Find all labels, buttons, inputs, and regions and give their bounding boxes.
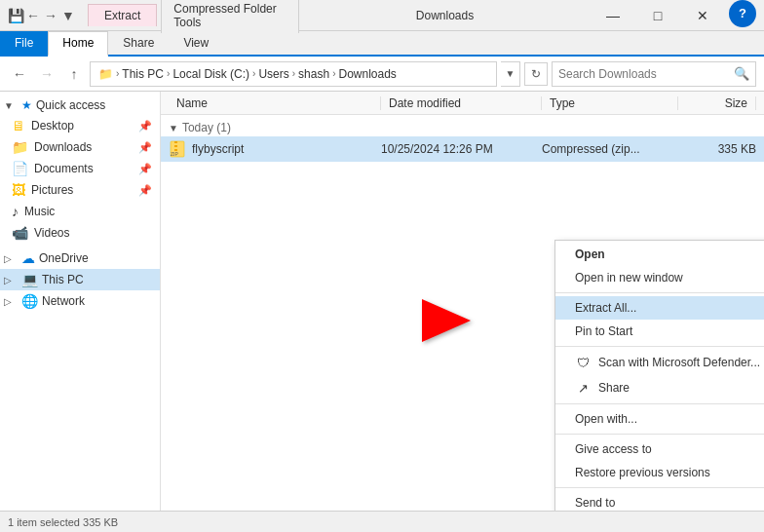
sidebar-label-quickaccess: Quick access: [36, 98, 105, 112]
title-bar: 💾 ← → ▼ Extract Compressed Folder Tools …: [0, 0, 764, 31]
sidebar-label-downloads: Downloads: [34, 140, 92, 154]
arrow-indicator: [422, 299, 471, 342]
sidebar: ▼ ★ Quick access 🖥 Desktop 📌 📁 Downloads…: [0, 92, 161, 511]
status-bar: 1 item selected 335 KB: [0, 511, 764, 532]
ctx-separator-4: [555, 434, 764, 435]
sidebar-item-desktop[interactable]: 🖥 Desktop 📌: [0, 115, 160, 136]
help-button[interactable]: ?: [729, 0, 756, 27]
pc-icon: 💻: [21, 272, 38, 287]
tab-view[interactable]: View: [169, 31, 223, 55]
sidebar-item-documents[interactable]: 📄 Documents 📌: [0, 158, 160, 179]
folder-icon: 🖼: [12, 182, 25, 198]
pin-icon: 📌: [138, 184, 152, 197]
back-icon: ←: [25, 8, 41, 23]
collapse-arrow: ▼: [4, 100, 18, 111]
dropdown-icon: ▼: [60, 8, 76, 23]
search-input[interactable]: [558, 67, 734, 81]
forward-button[interactable]: →: [35, 62, 58, 86]
pin-icon: 📌: [138, 120, 152, 133]
compressed-tab[interactable]: Compressed Folder Tools: [161, 0, 299, 33]
close-button[interactable]: ✕: [680, 0, 725, 31]
file-row[interactable]: ZIP flybyscript 10/25/2024 12:26 PM Comp…: [161, 136, 764, 162]
collapse-arrow: ▷: [4, 253, 18, 264]
window-icons: 💾 ← → ▼: [8, 8, 76, 23]
ctx-sendto[interactable]: Send to ›: [555, 491, 764, 511]
path-localdisk: Local Disk (C:): [172, 67, 249, 81]
sidebar-quickaccess[interactable]: ▼ ★ Quick access: [0, 95, 160, 115]
svg-rect-3: [174, 145, 177, 147]
ctx-sendto-label: Send to: [575, 496, 764, 510]
ctx-pin-start[interactable]: Pin to Start: [555, 320, 764, 343]
tab-home[interactable]: Home: [48, 31, 108, 57]
minimize-button[interactable]: —: [591, 0, 635, 31]
sidebar-label-desktop: Desktop: [31, 119, 74, 133]
sidebar-label-pictures: Pictures: [31, 183, 73, 197]
ctx-giveaccess-label: Give access to: [575, 442, 764, 456]
file-header: Name Date modified Type Size: [161, 92, 764, 115]
path-shash: shash: [298, 67, 329, 81]
col-name[interactable]: Name: [169, 96, 381, 110]
ctx-share[interactable]: ↗ Share: [555, 375, 764, 400]
ctx-restore[interactable]: Restore previous versions: [555, 461, 764, 484]
ctx-extract-label: Extract All...: [575, 301, 764, 315]
ctx-open-new-window[interactable]: Open in new window: [555, 266, 764, 289]
ctx-open-label: Open: [575, 247, 764, 261]
extract-tab[interactable]: Extract: [88, 4, 157, 26]
ctx-open[interactable]: Open: [555, 243, 764, 266]
sidebar-thispc[interactable]: ▷ 💻 This PC: [0, 269, 160, 290]
file-area: Name Date modified Type Size ▼ Today (1)…: [161, 92, 764, 511]
search-box[interactable]: 🔍: [552, 61, 756, 87]
ctx-open-new-label: Open in new window: [575, 271, 764, 285]
ctx-give-access[interactable]: Give access to ›: [555, 437, 764, 461]
path-thispc: This PC: [122, 67, 164, 81]
folder-icon: 🖥: [12, 118, 25, 133]
sidebar-item-videos[interactable]: 📹 Videos: [0, 222, 160, 244]
share-icon: ↗: [575, 380, 591, 396]
music-icon: ♪: [12, 204, 19, 219]
tab-share[interactable]: Share: [108, 31, 169, 55]
ctx-open-with[interactable]: Open with...: [555, 407, 764, 431]
video-icon: 📹: [12, 225, 28, 241]
window-controls: — □ ✕ ?: [591, 0, 756, 31]
col-type[interactable]: Type: [542, 96, 678, 110]
pin-icon: 📌: [138, 141, 152, 154]
tab-file[interactable]: File: [0, 31, 48, 55]
file-group-today: ▼ Today (1): [161, 115, 764, 136]
zip-icon: ZIP: [169, 140, 186, 158]
address-path[interactable]: 📁 › This PC › Local Disk (C:) › Users › …: [90, 61, 497, 87]
ctx-openwith-label: Open with...: [575, 412, 764, 426]
col-date[interactable]: Date modified: [381, 96, 542, 110]
context-menu: Open Open in new window Extract All... P…: [554, 240, 764, 511]
sidebar-onedrive[interactable]: ▷ ☁ OneDrive: [0, 247, 160, 269]
file-size: 335 KB: [678, 142, 756, 156]
path-users: Users: [258, 67, 288, 81]
file-date: 10/25/2024 12:26 PM: [381, 142, 542, 156]
sidebar-item-pictures[interactable]: 🖼 Pictures 📌: [0, 179, 160, 201]
sidebar-label-onedrive: OneDrive: [39, 251, 89, 265]
ctx-extract-all[interactable]: Extract All...: [555, 296, 764, 320]
col-size[interactable]: Size: [678, 96, 756, 110]
shield-icon: 🛡: [575, 355, 591, 370]
sidebar-item-downloads[interactable]: 📁 Downloads 📌: [0, 136, 160, 158]
group-label: Today (1): [182, 121, 231, 134]
file-name: flybyscript: [192, 142, 381, 156]
ctx-separator: [555, 292, 764, 293]
folder-icon: 📁: [12, 139, 28, 155]
ctx-share-label: Share: [598, 381, 764, 395]
path-dropdown[interactable]: ▼: [501, 61, 520, 87]
sidebar-network[interactable]: ▷ 🌐 Network: [0, 290, 160, 312]
cloud-icon: ☁: [21, 250, 35, 266]
maximize-button[interactable]: □: [635, 0, 680, 31]
back-button[interactable]: ←: [8, 62, 31, 86]
up-button[interactable]: ↑: [62, 62, 86, 86]
ctx-separator-2: [555, 346, 764, 347]
svg-text:ZIP: ZIP: [171, 151, 178, 157]
sidebar-item-music[interactable]: ♪ Music: [0, 201, 160, 222]
ctx-scan[interactable]: 🛡 Scan with Microsoft Defender...: [555, 350, 764, 375]
ctx-restore-label: Restore previous versions: [575, 466, 764, 479]
refresh-button[interactable]: ↻: [524, 62, 548, 86]
search-icon[interactable]: 🔍: [734, 66, 749, 81]
path-downloads: Downloads: [338, 67, 396, 81]
ctx-scan-label: Scan with Microsoft Defender...: [598, 356, 764, 369]
forward-icon: →: [43, 8, 58, 23]
